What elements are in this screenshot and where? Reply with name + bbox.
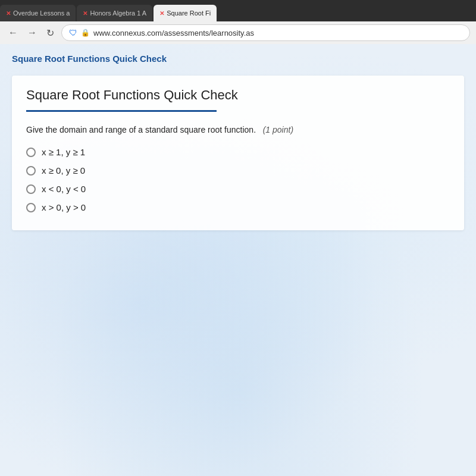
back-button[interactable]: ← — [6, 26, 20, 39]
option-4-text: x > 0, y > 0 — [42, 202, 86, 212]
tab-label: Square Root Fi — [167, 10, 211, 17]
point-label: (1 point) — [263, 125, 293, 134]
option-4[interactable]: x > 0, y > 0 — [26, 202, 450, 212]
lock-icon: 🔒 — [81, 29, 90, 37]
option-2-text: x ≥ 0, y ≥ 0 — [42, 165, 85, 176]
browser-chrome: ✕ Overdue Lessons a ✕ Honors Algebra 1 A… — [0, 0, 476, 44]
option-2[interactable]: x ≥ 0, y ≥ 0 — [26, 165, 450, 176]
tab-honors-algebra[interactable]: ✕ Honors Algebra 1 A — [77, 5, 152, 21]
tab-label: Honors Algebra 1 A — [90, 10, 146, 17]
radio-option-3[interactable] — [26, 184, 36, 194]
forward-button[interactable]: → — [25, 26, 39, 39]
radio-option-2[interactable] — [26, 166, 36, 176]
option-1-text: x ≥ 1, y ≥ 1 — [42, 147, 85, 157]
quiz-title: Square Root Functions Quick Check — [26, 87, 450, 103]
option-3[interactable]: x < 0, y < 0 — [26, 184, 450, 194]
shield-icon: 🛡 — [69, 28, 77, 37]
tab-bar: ✕ Overdue Lessons a ✕ Honors Algebra 1 A… — [0, 0, 476, 21]
address-text: www.connexus.com/assessments/learnosity.… — [93, 29, 254, 37]
address-bar-row: ← → ↻ 🛡 🔒 www.connexus.com/assessments/l… — [0, 21, 476, 44]
content-area: Square Root Functions Quick Check Square… — [0, 44, 476, 242]
title-underline — [26, 110, 217, 112]
reload-button[interactable]: ↻ — [44, 26, 57, 40]
address-bar[interactable]: 🛡 🔒 www.connexus.com/assessments/learnos… — [61, 24, 470, 41]
quiz-card: Square Root Functions Quick Check Give t… — [12, 76, 464, 230]
page-title: Square Root Functions Quick Check — [12, 54, 167, 64]
question-text: Give the domain and range of a standard … — [26, 124, 450, 136]
radio-option-1[interactable] — [26, 148, 36, 157]
radio-option-4[interactable] — [26, 203, 36, 212]
page-title-bar: Square Root Functions Quick Check — [12, 54, 464, 64]
option-3-text: x < 0, y < 0 — [42, 184, 86, 194]
tab-close-icon[interactable]: ✕ — [159, 10, 164, 17]
question-body: Give the domain and range of a standard … — [26, 125, 256, 134]
tab-close-icon[interactable]: ✕ — [6, 10, 11, 17]
options-list: x ≥ 1, y ≥ 1 x ≥ 0, y ≥ 0 x < 0, y < 0 x… — [26, 147, 450, 212]
tab-overdue-lessons[interactable]: ✕ Overdue Lessons a — [0, 5, 76, 21]
tab-square-root[interactable]: ✕ Square Root Fi — [154, 5, 217, 21]
tab-label: Overdue Lessons a — [13, 10, 70, 17]
tab-close-icon[interactable]: ✕ — [83, 10, 87, 17]
page-content: Square Root Functions Quick Check Square… — [0, 44, 476, 476]
option-1[interactable]: x ≥ 1, y ≥ 1 — [26, 147, 450, 157]
